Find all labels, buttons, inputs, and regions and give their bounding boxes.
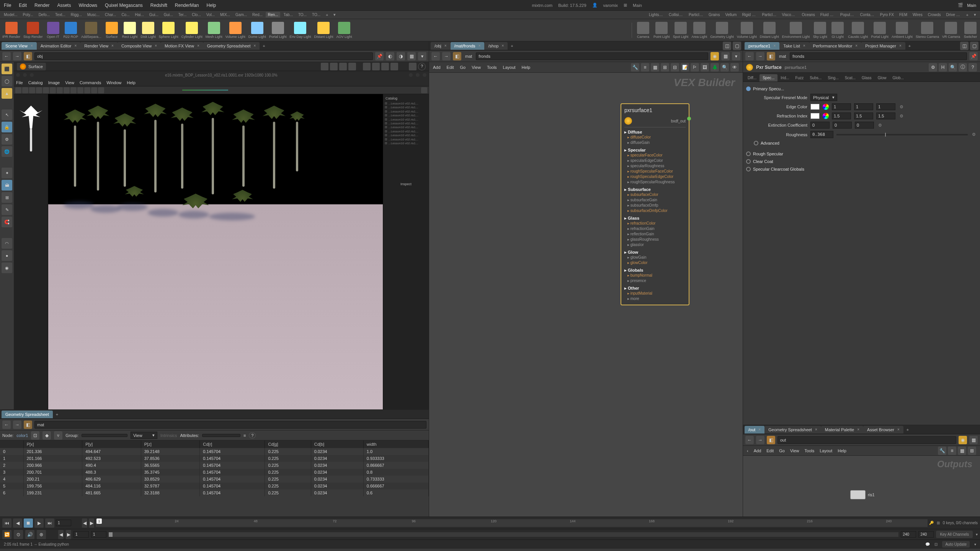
- shelf-tool-dome-light[interactable]: Dome Light: [248, 21, 267, 39]
- ss-nav-back[interactable]: ←: [2, 421, 11, 429]
- pane-tab[interactable]: /mat/fronds×: [451, 42, 485, 50]
- ss-path-input[interactable]: mat: [34, 421, 426, 429]
- shelf-tool-rect-light[interactable]: Rect Light: [121, 21, 139, 39]
- vp-tool-torus[interactable]: ◯: [2, 76, 12, 86]
- shelf-tool-volume-light[interactable]: Volume Light: [225, 21, 246, 39]
- refraction-chip[interactable]: [810, 113, 820, 119]
- param-tab-scat[interactable]: Scat...: [842, 74, 859, 82]
- traffic-green-icon[interactable]: [30, 73, 34, 77]
- edge-color-b[interactable]: [876, 103, 895, 110]
- param-help-icon[interactable]: ?: [969, 63, 977, 72]
- refraction-b[interactable]: [876, 112, 895, 119]
- shelf-tool-camera[interactable]: Camera: [635, 21, 651, 39]
- close-icon[interactable]: ×: [815, 427, 817, 432]
- mid-nav-fwd[interactable]: →: [442, 52, 451, 60]
- param-tab-glass[interactable]: Glass: [859, 74, 875, 82]
- close-icon[interactable]: ×: [74, 44, 77, 48]
- shelf-tab[interactable]: Poly...: [21, 12, 36, 18]
- shelf-tool-r---rop[interactable]: R22 ROP: [63, 21, 79, 39]
- vp-tool-landscape[interactable]: 🏔: [2, 180, 12, 191]
- node-section-header[interactable]: ▸ Glow: [624, 250, 686, 255]
- shelf-tool-portal-light[interactable]: Portal Light: [268, 21, 287, 39]
- shelf-tab[interactable]: Populate...: [838, 12, 857, 18]
- shelf-tool-ambient-light[interactable]: Ambient Light: [891, 21, 913, 39]
- out-menu-edit[interactable]: Edit: [766, 448, 774, 453]
- ss-btn3[interactable]: ▿: [54, 431, 62, 440]
- node-param[interactable]: ▸ refractionGain: [624, 226, 686, 231]
- out-menu-chev[interactable]: ‹: [747, 448, 748, 453]
- win-btn1[interactable]: [409, 73, 413, 77]
- pane-tab-performance-monitor[interactable]: Performance Monitor×: [809, 42, 862, 50]
- shelf-tab[interactable]: Particles: [686, 12, 706, 18]
- node-param[interactable]: ▸ diffuseColor: [624, 135, 686, 140]
- net-btn-search[interactable]: 🔍: [720, 63, 729, 72]
- vp-tool-misc2[interactable]: ●: [2, 250, 12, 261]
- middle-add-tab[interactable]: +: [508, 42, 516, 50]
- shelf-tab[interactable]: MIX...: [218, 12, 232, 18]
- chevron-down-icon[interactable]: ▾: [974, 542, 976, 546]
- shelf-tab[interactable]: Rigid Bo...: [740, 12, 759, 18]
- pane-tab[interactable]: /shop×: [484, 42, 508, 50]
- menu-help[interactable]: Help: [207, 3, 216, 8]
- ss-nav-fwd[interactable]: →: [13, 421, 21, 429]
- shelf-tab[interactable]: FEM: [897, 12, 910, 18]
- render-image[interactable]: [48, 94, 383, 409]
- net-btn-flag[interactable]: 🏳: [691, 63, 699, 72]
- primary-specular-group[interactable]: Primary Specu...: [746, 85, 977, 93]
- out-nav-back[interactable]: ←: [745, 436, 754, 444]
- obj-icon[interactable]: ◧: [24, 52, 32, 60]
- table-row[interactable]: 5199.756484.11632.97870.1457040.2250.023…: [0, 483, 429, 489]
- shelf-tool-disk-light[interactable]: Disk Light: [140, 21, 157, 39]
- pane-tab--out[interactable]: /out×: [745, 426, 764, 434]
- edge-color-r[interactable]: [832, 103, 851, 110]
- mid-opt1[interactable]: ◉: [710, 52, 719, 60]
- node-section-header[interactable]: ▸ Specular: [624, 148, 686, 153]
- rough-specular-group[interactable]: Rough Specular: [746, 150, 977, 158]
- shelf-tab[interactable]: Pyro FX: [878, 12, 896, 18]
- r-mat-icon[interactable]: ◧: [767, 52, 775, 60]
- clearcoat-group[interactable]: Clear Coat: [746, 158, 977, 165]
- shelf-tab[interactable]: Oceans: [799, 12, 817, 18]
- out-opt1[interactable]: ◉: [959, 436, 967, 444]
- net-btn-grid3[interactable]: ⊟: [671, 63, 679, 72]
- extinction-b[interactable]: [855, 122, 874, 129]
- shelf-tab[interactable]: Hai...: [133, 12, 146, 18]
- r-nav-fwd[interactable]: →: [756, 52, 764, 60]
- playback-last-button[interactable]: ⏭: [45, 518, 54, 528]
- vp-btn-cycle[interactable]: [390, 63, 398, 70]
- range-slider-handle[interactable]: [109, 532, 113, 537]
- node-param[interactable]: ▸ inputMaterial: [624, 291, 686, 296]
- shelf-tab[interactable]: Vol...: [204, 12, 217, 18]
- node-param[interactable]: ▸ subsurfaceDmfpColor: [624, 208, 686, 214]
- shelf-tab[interactable]: Drive Si...: [944, 12, 963, 18]
- menu-assets[interactable]: Assets: [57, 3, 71, 8]
- spreadsheet-tab[interactable]: Geometry Spreadsheet: [2, 411, 53, 418]
- channels-icon[interactable]: ⊞: [937, 521, 940, 525]
- timeline-track[interactable]: 1 24487296120144168192216240: [96, 519, 928, 527]
- node-param[interactable]: ▸ roughSpecularRoughness: [624, 179, 686, 185]
- node-param[interactable]: ▸ specularEdgeColor: [624, 158, 686, 163]
- key-icon[interactable]: 🔑: [929, 521, 934, 525]
- menu-windows[interactable]: Windows: [78, 3, 97, 8]
- pane-tab-animation-editor[interactable]: Animation Editor×: [37, 42, 81, 50]
- out-path-input[interactable]: out: [777, 436, 956, 444]
- rp-tbtn-right[interactable]: [421, 87, 427, 93]
- node-param[interactable]: ▸ glassIor: [624, 242, 686, 248]
- shelf-tab[interactable]: Vellum: [723, 12, 739, 18]
- ss-column-header[interactable]: [0, 440, 23, 448]
- edge-color-chip[interactable]: [810, 104, 820, 110]
- shelf-tab-dropdown-right[interactable]: ▾: [972, 11, 978, 18]
- pane-tab-render-view[interactable]: Render View×: [80, 42, 118, 50]
- shelf-tab[interactable]: Ter...: [176, 12, 189, 18]
- param-tab-diff[interactable]: Diff...: [745, 74, 760, 82]
- vp-btn-grid[interactable]: [321, 63, 328, 70]
- nav-pin-button[interactable]: 📌: [375, 52, 384, 60]
- r-pin[interactable]: 📌: [969, 52, 978, 60]
- shelf-tool-open-it[interactable]: Open IT: [45, 21, 61, 39]
- rp-menu-view[interactable]: View: [65, 80, 74, 85]
- auto-update-button[interactable]: Auto Update: [942, 541, 970, 548]
- net-btn-tree[interactable]: 🌲: [710, 63, 719, 72]
- node-param[interactable]: ▸ specularRoughness: [624, 163, 686, 169]
- nav-opt1[interactable]: ◐: [386, 52, 394, 60]
- ss-attr-input[interactable]: [202, 434, 240, 437]
